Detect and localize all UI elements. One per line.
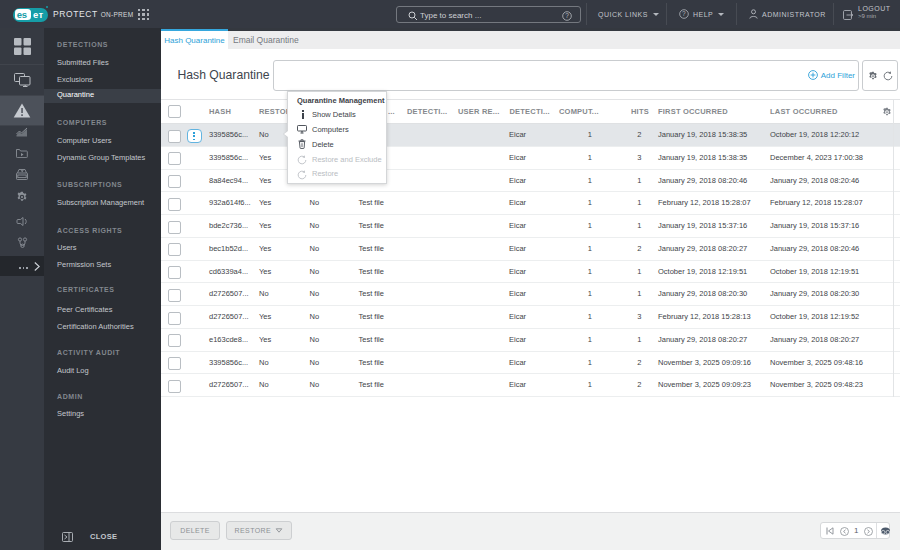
svg-text:?: ? [682,10,686,17]
svg-text:?: ? [565,12,569,19]
